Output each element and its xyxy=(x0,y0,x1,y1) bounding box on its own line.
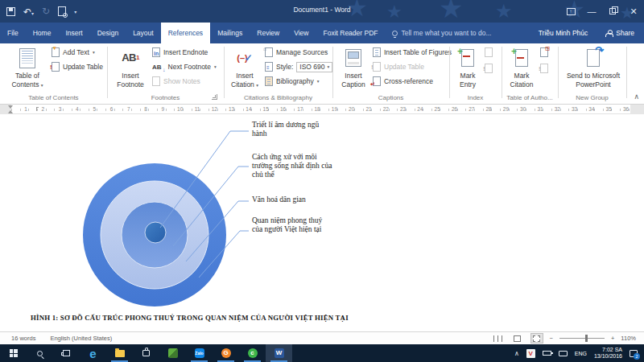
insert-table-of-authorities-button[interactable]: ◳ xyxy=(540,47,548,58)
input-language-indicator[interactable]: ENG xyxy=(575,351,587,356)
task-view-button[interactable] xyxy=(53,344,80,362)
lightbulb-icon xyxy=(392,31,398,36)
group-label-new-group: New Group xyxy=(558,94,626,101)
indent-marker[interactable] xyxy=(7,105,14,113)
zoom-level[interactable]: 110% xyxy=(621,335,636,342)
mark-citation-icon: + xyxy=(515,46,528,70)
zalo-button[interactable]: Zalo xyxy=(186,344,213,362)
tab-file[interactable]: File xyxy=(0,23,26,43)
add-text-button[interactable]: ▾ Add Text ▾ xyxy=(52,47,103,58)
group-separator xyxy=(107,47,108,98)
minimize-button[interactable]: — xyxy=(581,0,602,23)
language-indicator[interactable]: English (United States) xyxy=(50,335,112,342)
ruler-number: 34 xyxy=(587,106,597,112)
word-taskbar-button[interactable]: W xyxy=(266,344,292,362)
cross-reference-button[interactable]: ↵ Cross-reference xyxy=(373,76,452,87)
table-of-contents-icon xyxy=(19,46,35,70)
read-mode-button[interactable] xyxy=(492,333,505,343)
action-center-icon[interactable]: 2 xyxy=(630,350,638,357)
zoom-out-button[interactable]: − xyxy=(550,335,553,342)
tab-view[interactable]: View xyxy=(287,23,316,43)
tab-foxit-reader-pdf[interactable]: Foxit Reader PDF xyxy=(316,23,385,43)
game-app-button[interactable] xyxy=(159,344,186,362)
folder-icon xyxy=(115,350,125,357)
ruler-number: 7 xyxy=(124,106,134,112)
edge-icon: e xyxy=(89,348,96,360)
ribbon-display-options-button[interactable]: ↑ xyxy=(560,0,581,23)
group-label-table-of-contents: Table of Contents xyxy=(0,94,107,101)
print-layout-button[interactable] xyxy=(511,333,524,343)
bibliography-button[interactable]: Bibliography ▾ xyxy=(265,76,332,87)
search-button[interactable] xyxy=(27,344,53,362)
send-to-powerpoint-button[interactable]: ↷ Send to Microsoft PowerPoint xyxy=(561,46,625,88)
tab-mailings[interactable]: Mailings xyxy=(210,23,250,43)
mark-citation-button[interactable]: + Mark Citation xyxy=(506,46,538,88)
tab-design[interactable]: Design xyxy=(90,23,126,43)
unikey-icon[interactable]: V xyxy=(526,349,535,358)
group-label-index: Index xyxy=(449,94,502,101)
horizontal-ruler[interactable]: 1234567891011121314151617181920212223242… xyxy=(0,105,644,114)
insert-endnote-button[interactable]: in Insert Endnote xyxy=(152,47,217,58)
account-user-name[interactable]: Triều Minh Phúc xyxy=(530,23,597,43)
zoom-slider-thumb[interactable] xyxy=(585,335,588,342)
store-button[interactable] xyxy=(133,344,159,362)
update-index-icon: ! xyxy=(485,64,493,73)
footnotes-dialog-launcher[interactable] xyxy=(212,94,217,100)
table-of-contents-button[interactable]: Table of Contents ▾ xyxy=(6,46,48,89)
share-button[interactable]: Share xyxy=(596,23,644,43)
start-button[interactable] xyxy=(0,344,27,362)
figure-caption[interactable]: HÌNH 1: SƠ ĐỒ CẤU TRÚC PHONG THUỶ TRONG … xyxy=(31,314,349,322)
tell-me-box[interactable]: Tell me what you want to do... xyxy=(386,23,498,43)
ruler-number: 25 xyxy=(432,106,442,112)
callout-light-ring[interactable]: Văn hoá dân gian xyxy=(252,195,349,204)
tab-insert[interactable]: Insert xyxy=(58,23,89,43)
restore-button[interactable] xyxy=(602,0,623,23)
ruler-number: 3 xyxy=(56,106,65,112)
ruler-number: 28 xyxy=(484,106,493,112)
group-separator xyxy=(224,47,225,98)
paragraph-indent-marker[interactable] xyxy=(36,107,39,111)
insert-citation-button[interactable]: (–)✓ Insert Citation ▾ xyxy=(228,46,262,89)
close-button[interactable]: ✕ xyxy=(623,0,644,23)
ruler-number: 16 xyxy=(279,106,288,112)
notification-badge: 2 xyxy=(634,353,640,360)
edge-button[interactable]: e xyxy=(80,344,106,362)
callout-inner-disc[interactable]: Cách ứng xử với môi trường sống nhất địn… xyxy=(252,153,336,179)
style-dropdown[interactable]: ISO 690 ▾ xyxy=(296,62,332,72)
next-footnote-button[interactable]: AB↓ Next Footnote ▾ xyxy=(152,61,217,72)
ribbon-tab-row: File Home Insert Design Layout Reference… xyxy=(0,23,644,43)
battery-icon[interactable] xyxy=(543,351,551,356)
style-selector: ≡ Style: ISO 690 ▾ xyxy=(265,61,332,72)
garena-button[interactable]: G xyxy=(213,344,239,362)
word-count[interactable]: 16 words xyxy=(11,335,35,342)
tray-date: 13/10/2016 xyxy=(594,353,622,359)
tab-layout[interactable]: Layout xyxy=(126,23,161,43)
ruler-number: 32 xyxy=(552,106,562,112)
clock[interactable]: 7:02 SA 13/10/2016 xyxy=(594,347,622,360)
update-table-button[interactable]: ! Update Table xyxy=(52,61,103,72)
ruler-number: 29 xyxy=(501,106,510,112)
document-page[interactable]: Triết lí âm dương ngũ hành Cách ứng xử v… xyxy=(0,114,644,331)
callout-core[interactable]: Triết lí âm dương ngũ hành xyxy=(252,121,329,138)
web-layout-button[interactable] xyxy=(530,333,543,343)
collapse-ribbon-icon[interactable]: ∧ xyxy=(634,93,639,101)
zoom-slider[interactable] xyxy=(559,338,605,339)
manage-sources-button[interactable]: ⌂ Manage Sources xyxy=(265,47,332,58)
person-icon xyxy=(605,30,613,37)
ruler-number: 24 xyxy=(415,106,425,112)
hidden-icons-chevron[interactable]: ∧ xyxy=(514,350,519,357)
insert-caption-button[interactable]: Insert Caption xyxy=(337,46,369,88)
tab-references[interactable]: References xyxy=(161,23,210,43)
core-circle[interactable] xyxy=(145,222,166,243)
zalo-icon: Zalo xyxy=(195,348,204,358)
touch-keyboard-icon[interactable] xyxy=(559,351,568,356)
mark-entry-button[interactable]: + Mark Entry xyxy=(452,46,483,88)
file-explorer-button[interactable] xyxy=(106,344,133,362)
tab-review[interactable]: Review xyxy=(250,23,287,43)
insert-table-of-figures-button[interactable]: Insert Table of Figures xyxy=(373,47,452,58)
zoom-in-button[interactable]: + xyxy=(611,335,614,342)
coc-coc-button[interactable]: c xyxy=(239,344,266,362)
insert-footnote-button[interactable]: AB1 Insert Footnote xyxy=(112,46,149,88)
tab-home[interactable]: Home xyxy=(26,23,59,43)
callout-outer[interactable]: Quan niệm phong thuỷ của người Việt hiện… xyxy=(252,216,329,234)
